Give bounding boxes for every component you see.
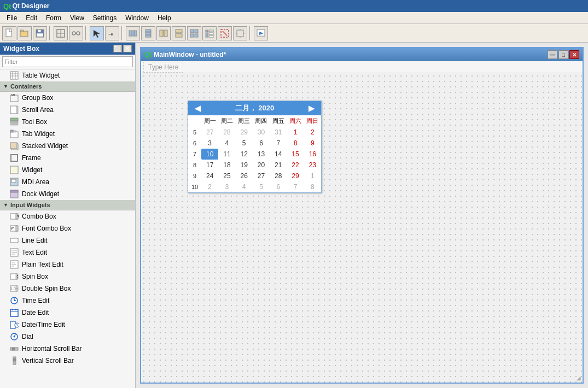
cal-day-4-2[interactable]: 26: [236, 171, 253, 181]
list-item-datetime-edit[interactable]: Date/Time Edit: [0, 319, 135, 331]
cal-day-5-2[interactable]: 4: [236, 181, 253, 192]
cal-day-0-2[interactable]: 29: [236, 127, 253, 138]
cal-day-4-4[interactable]: 28: [270, 171, 287, 181]
toolbar-open-btn[interactable]: [18, 26, 32, 40]
cal-day-5-1[interactable]: 3: [218, 181, 235, 192]
menu-view[interactable]: View: [66, 13, 89, 23]
design-window-maximize-btn[interactable]: □: [558, 50, 568, 59]
cal-day-3-4[interactable]: 21: [270, 160, 287, 171]
cal-day-2-2[interactable]: 12: [236, 149, 253, 160]
toolbar-layout-split-v-btn[interactable]: [172, 26, 186, 40]
cal-day-4-0[interactable]: 24: [201, 171, 218, 181]
menu-help[interactable]: Help: [153, 13, 176, 23]
menu-form[interactable]: Form: [42, 13, 66, 23]
cal-day-3-6[interactable]: 23: [304, 160, 321, 171]
section-containers[interactable]: Containers: [0, 81, 135, 92]
cal-day-4-1[interactable]: 25: [218, 171, 235, 181]
cal-day-1-4[interactable]: 7: [270, 138, 287, 149]
design-window-minimize-btn[interactable]: —: [548, 50, 557, 59]
menu-settings[interactable]: Settings: [89, 13, 121, 23]
toolbar-signal-slot-btn[interactable]: [69, 26, 83, 40]
cal-day-3-1[interactable]: 18: [218, 160, 235, 171]
calendar-widget[interactable]: ◀ 二月， 2020 ▶ 周一 周二: [188, 101, 322, 193]
toolbar-cursor-btn[interactable]: [90, 26, 104, 40]
list-item-time-edit[interactable]: Time Edit: [0, 295, 135, 307]
list-item-spin-box[interactable]: ▲▼ Spin Box: [0, 271, 135, 283]
widget-box-close-btn[interactable]: ✕: [123, 45, 132, 52]
toolbar-layout-form-btn[interactable]: [202, 26, 217, 40]
toolbar-new-btn[interactable]: [2, 26, 16, 40]
widget-box-float-btn[interactable]: ⬜: [113, 45, 122, 52]
toolbar-widget-edit-btn[interactable]: [54, 26, 68, 40]
list-item-combo-box[interactable]: ▼ Combo Box: [0, 210, 135, 222]
cal-day-5-3[interactable]: 5: [253, 181, 270, 192]
list-item-double-spin-box[interactable]: 1.0 Double Spin Box: [0, 283, 135, 295]
cal-day-2-5[interactable]: 15: [287, 149, 304, 160]
toolbar-layout-grid-btn[interactable]: [187, 26, 201, 40]
cal-day-3-2[interactable]: 19: [236, 160, 253, 171]
list-item-mdi-area[interactable]: MDI Area: [0, 176, 135, 188]
cal-day-0-4[interactable]: 31: [270, 127, 287, 138]
list-item-table-widget[interactable]: Table Widget: [0, 69, 135, 81]
cal-day-1-1[interactable]: 4: [218, 138, 235, 149]
list-item-date-edit[interactable]: Date Edit: [0, 307, 135, 319]
cal-day-2-6[interactable]: 16: [304, 149, 321, 160]
toolbar-save-btn[interactable]: [33, 26, 47, 40]
design-window-close-btn[interactable]: ✕: [569, 50, 579, 59]
cal-day-1-2[interactable]: 5: [236, 138, 253, 149]
design-window-content[interactable]: ◀ 二月， 2020 ▶ 周一 周二: [141, 73, 583, 383]
menu-file[interactable]: File: [2, 13, 21, 23]
cal-day-2-3[interactable]: 13: [253, 149, 270, 160]
cal-day-3-0[interactable]: 17: [201, 160, 218, 171]
cal-day-0-5[interactable]: 1: [287, 127, 304, 138]
list-item-tab-widget[interactable]: Tab Widget: [0, 128, 135, 140]
list-item-tool-box[interactable]: Tool Box: [0, 116, 135, 128]
list-item-h-scroll-bar[interactable]: Horizontal Scroll Bar: [0, 343, 135, 355]
cal-day-5-0[interactable]: 2: [201, 181, 218, 192]
cal-day-1-6[interactable]: 9: [304, 138, 321, 149]
cal-day-1-5[interactable]: 8: [287, 138, 304, 149]
list-item-group-box[interactable]: GB Group Box: [0, 92, 135, 104]
cal-day-5-5[interactable]: 7: [287, 181, 304, 192]
menu-window[interactable]: Window: [121, 13, 153, 23]
cal-day-2-1[interactable]: 11: [218, 149, 235, 160]
list-item-stacked-widget[interactable]: Stacked Widget: [0, 140, 135, 152]
cal-day-0-0[interactable]: 27: [201, 127, 218, 138]
toolbar-break-layout-btn[interactable]: [218, 26, 232, 40]
cal-day-5-4[interactable]: 6: [270, 181, 287, 192]
list-item-v-scroll-bar[interactable]: Vertical Scroll Bar: [0, 355, 135, 367]
toolbar-layout-split-h-btn[interactable]: [156, 26, 171, 40]
calendar-next-btn[interactable]: ▶: [306, 104, 317, 113]
resize-handle[interactable]: ◢: [577, 375, 581, 381]
cal-day-3-5[interactable]: 22: [287, 160, 304, 171]
cal-day-0-1[interactable]: 28: [218, 127, 235, 138]
toolbar-layout-h-btn[interactable]: [126, 26, 140, 40]
toolbar-tab-order-btn[interactable]: ⇥: [105, 26, 119, 40]
list-item-font-combo-box[interactable]: F Font Combo Box: [0, 222, 135, 234]
list-item-text-edit[interactable]: Text Edit: [0, 246, 135, 258]
list-item-dial[interactable]: Dial: [0, 331, 135, 343]
cal-day-1-3[interactable]: 6: [253, 138, 270, 149]
list-item-widget[interactable]: Widget: [0, 164, 135, 176]
toolbar-layout-v-btn[interactable]: [141, 26, 155, 40]
cal-day-4-6[interactable]: 1: [304, 171, 321, 181]
design-window-menu-placeholder[interactable]: Type Here: [143, 62, 183, 73]
list-item-frame[interactable]: Frame: [0, 152, 135, 164]
cal-day-0-6[interactable]: 2: [304, 127, 321, 138]
list-item-scroll-area[interactable]: Scroll Area: [0, 104, 135, 116]
calendar-prev-btn[interactable]: ◀: [193, 104, 203, 113]
cal-day-3-3[interactable]: 20: [253, 160, 270, 171]
cal-day-1-0[interactable]: 3: [201, 138, 218, 149]
section-input-widgets[interactable]: Input Widgets: [0, 200, 135, 210]
cal-day-4-5[interactable]: 29: [287, 171, 304, 181]
cal-day-0-3[interactable]: 30: [253, 127, 270, 138]
filter-input[interactable]: [2, 56, 133, 67]
toolbar-adjust-size-btn[interactable]: [233, 26, 247, 40]
menu-edit[interactable]: Edit: [21, 13, 42, 23]
list-item-plain-text-edit[interactable]: Plain Text Edit: [0, 258, 135, 271]
cal-day-4-3[interactable]: 27: [253, 171, 270, 181]
cal-day-2-4[interactable]: 14: [270, 149, 287, 160]
cal-day-5-6[interactable]: 8: [304, 181, 321, 192]
cal-day-2-0[interactable]: 10: [201, 149, 218, 160]
list-item-dock-widget[interactable]: Dock Widget: [0, 188, 135, 200]
